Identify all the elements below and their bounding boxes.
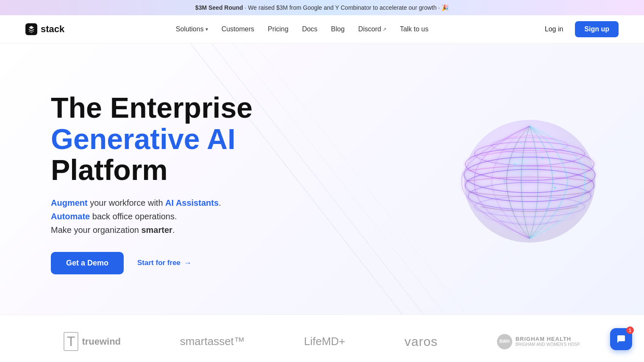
nav-item-talk[interactable]: Talk to us	[400, 25, 429, 33]
nav-item-discord[interactable]: Discord ↗	[358, 25, 386, 33]
logo-smartasset: smartasset™	[180, 335, 245, 348]
navbar: stack Solutions ▾ Customers Pricing Docs…	[0, 15, 644, 44]
customers-link[interactable]: Customers	[222, 25, 254, 33]
nav-item-solutions[interactable]: Solutions ▾	[176, 25, 208, 33]
hero-title: The Enterprise Generative AI Platform	[51, 92, 253, 185]
chat-bubble[interactable]: 1	[610, 328, 632, 350]
nav-item-blog[interactable]: Blog	[331, 25, 344, 33]
nav-actions: Log in Sign up	[540, 21, 619, 37]
svg-line-3	[233, 44, 445, 315]
chat-icon	[616, 334, 626, 344]
logo-brigham: BWH BRIGHAM HEALTH BRIGHAM AND WOMEN'S H…	[497, 334, 580, 349]
nav-item-customers[interactable]: Customers	[222, 25, 254, 33]
logo-brigham-text: BRIGHAM HEALTH	[516, 336, 580, 343]
nav-links: Solutions ▾ Customers Pricing Docs Blog …	[176, 25, 428, 33]
logo-smartasset-text: smartasset™	[180, 335, 245, 348]
logo-varos-text: varos	[405, 334, 438, 349]
subtitle-automate: Automate	[51, 212, 90, 221]
hero-title-line3: Platform	[51, 154, 168, 186]
chat-badge: 1	[626, 326, 634, 334]
talk-link[interactable]: Talk to us	[400, 25, 429, 33]
signup-button[interactable]: Sign up	[575, 21, 619, 37]
nav-item-pricing[interactable]: Pricing	[268, 25, 289, 33]
logo-truewind-text: truewind	[82, 336, 121, 347]
logo-lifemd-text: LifeMD+	[304, 335, 346, 348]
announcement-bold: $3M Seed Round	[195, 4, 243, 11]
chevron-down-icon: ▾	[205, 26, 208, 32]
blog-link[interactable]: Blog	[331, 25, 344, 33]
subtitle-line3-before: Make your organization	[51, 225, 141, 235]
external-link-icon: ↗	[383, 27, 386, 32]
docs-link[interactable]: Docs	[302, 25, 317, 33]
start-free-label: Start for free	[137, 259, 180, 267]
subtitle-smarter: smarter	[141, 225, 172, 235]
discord-link[interactable]: Discord ↗	[358, 25, 386, 33]
logo-link[interactable]: stack	[25, 23, 64, 35]
svg-point-20	[555, 187, 556, 188]
nav-item-docs[interactable]: Docs	[302, 25, 317, 33]
hero-title-line2: Generative AI	[51, 123, 236, 155]
svg-point-18	[554, 172, 555, 173]
svg-line-4	[254, 44, 466, 315]
hero-subtitle: Augment your workforce with AI Assistant…	[51, 196, 253, 237]
logo-lifemd: LifeMD+	[304, 335, 346, 348]
arrow-right-icon: →	[184, 259, 192, 268]
subtitle-part1: your workforce with	[88, 198, 165, 207]
logos-section: T truewind smartasset™ LifeMD+ varos BWH…	[0, 315, 644, 362]
announcement-bar: $3M Seed Round · We raised $3M from Goog…	[0, 0, 644, 15]
hero-sphere	[449, 99, 610, 260]
logo-icon	[25, 23, 37, 35]
hero-content: The Enterprise Generative AI Platform Au…	[51, 92, 253, 274]
logo-truewind-prefix: T	[64, 332, 79, 351]
logo-truewind: T truewind	[64, 332, 121, 351]
subtitle-part2: back office operations.	[90, 212, 177, 221]
start-free-link[interactable]: Start for free →	[137, 259, 192, 268]
hero-section: The Enterprise Generative AI Platform Au…	[0, 44, 644, 315]
login-button[interactable]: Log in	[540, 22, 569, 36]
subtitle-augment: Augment	[51, 198, 88, 207]
pricing-link[interactable]: Pricing	[268, 25, 289, 33]
hero-title-line1: The Enterprise	[51, 91, 253, 124]
hero-actions: Get a Demo Start for free →	[51, 252, 253, 274]
svg-point-24	[489, 139, 549, 190]
logo-text: stack	[41, 24, 64, 35]
logo-varos: varos	[405, 334, 438, 349]
solutions-link[interactable]: Solutions ▾	[176, 25, 208, 33]
get-demo-button[interactable]: Get a Demo	[51, 252, 124, 274]
logo-brigham-subtext: BRIGHAM AND WOMEN'S HOSP.	[516, 342, 580, 347]
subtitle-ai: AI Assistants	[165, 198, 219, 207]
svg-point-21	[523, 196, 524, 196]
announcement-rest: · We raised $3M from Google and Y Combin…	[245, 4, 449, 11]
